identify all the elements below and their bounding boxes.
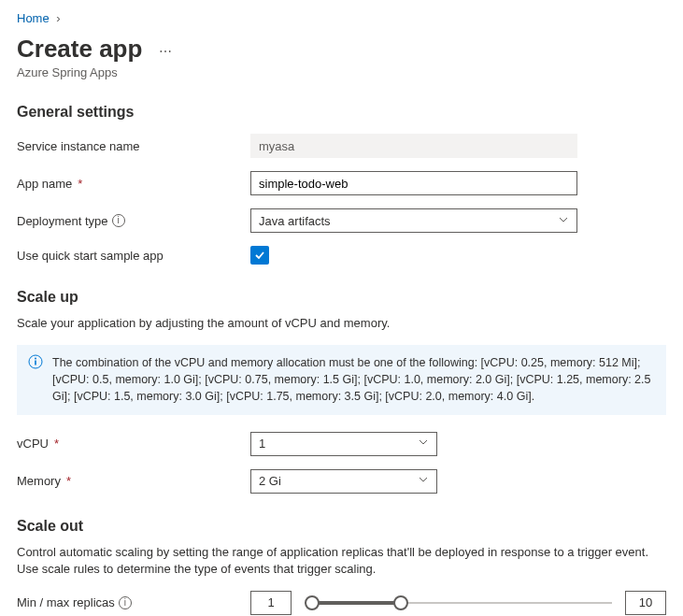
slider-thumb-min[interactable] [305, 595, 320, 610]
memory-select[interactable]: 2 Gi [250, 469, 437, 494]
svg-point-1 [35, 358, 36, 360]
sample-app-checkbox[interactable] [250, 246, 269, 265]
app-name-label: App name* [17, 177, 250, 191]
replicas-label: Min / max replicas i [17, 595, 250, 609]
deployment-type-select[interactable]: Java artifacts [250, 208, 577, 233]
chevron-down-icon [418, 474, 429, 488]
scale-out-description: Control automatic scaling by setting the… [17, 544, 666, 578]
vcpu-select[interactable]: 1 [250, 432, 437, 456]
replicas-slider[interactable] [305, 594, 612, 612]
info-icon[interactable]: i [112, 214, 125, 227]
scale-up-heading: Scale up [17, 289, 666, 306]
app-name-input[interactable] [250, 171, 577, 195]
svg-rect-2 [35, 361, 36, 365]
general-settings-heading: General settings [17, 104, 666, 121]
more-actions-button[interactable]: ⋯ [159, 38, 172, 59]
scale-up-description: Scale your application by adjusting the … [17, 315, 666, 332]
chevron-down-icon [418, 437, 429, 451]
min-replicas-input[interactable]: 1 [250, 591, 292, 615]
page-subtitle: Azure Spring Apps [17, 65, 666, 79]
deployment-type-label: Deployment type i [17, 214, 250, 228]
breadcrumb-home-link[interactable]: Home [17, 11, 50, 25]
scale-up-info-text: The combination of the vCPU and memory a… [52, 354, 655, 405]
memory-label: Memory* [17, 474, 250, 488]
breadcrumb: Home › [17, 11, 666, 25]
slider-thumb-max[interactable] [393, 595, 408, 610]
service-instance-input [250, 134, 577, 158]
max-replicas-input[interactable]: 10 [625, 591, 666, 615]
sample-app-label: Use quick start sample app [17, 249, 250, 263]
chevron-down-icon [558, 214, 569, 228]
vcpu-label: vCPU* [17, 437, 250, 451]
page-title: Create app [17, 35, 142, 64]
service-instance-label: Service instance name [17, 139, 250, 153]
info-icon[interactable]: i [119, 596, 132, 609]
scale-up-info-box: The combination of the vCPU and memory a… [17, 345, 666, 414]
scale-out-heading: Scale out [17, 518, 666, 535]
info-icon [28, 354, 43, 405]
chevron-right-icon: › [56, 11, 60, 25]
